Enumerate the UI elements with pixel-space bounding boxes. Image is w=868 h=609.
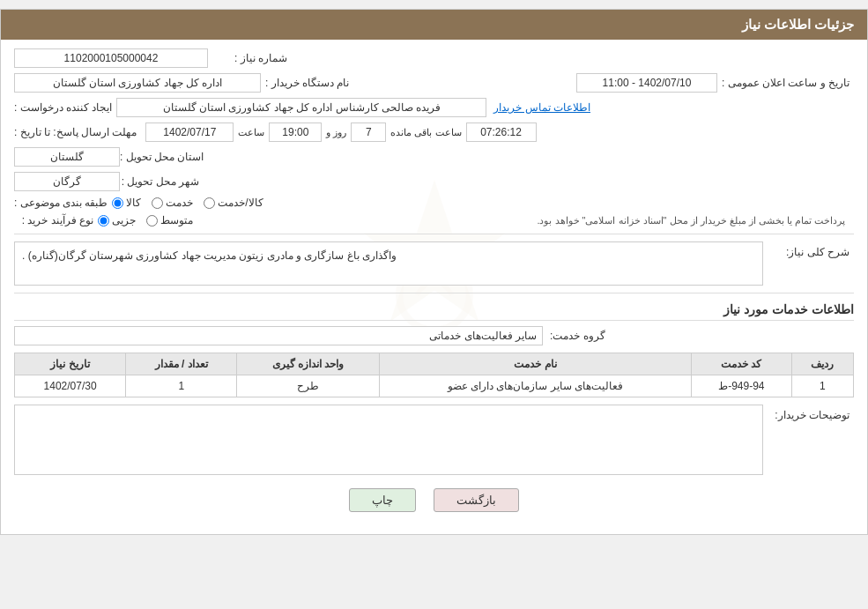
category-khedmat-label: خدمت xyxy=(166,197,193,209)
purchase-type-row: پرداخت تمام یا بخشی از مبلغ خریدار از مح… xyxy=(14,214,854,227)
city-label: شهر محل تحویل : xyxy=(120,175,199,188)
reply-deadline-label: مهلت ارسال پاسخ: تا تاریخ : xyxy=(14,126,137,138)
cell-name: فعالیت‌های سایر سازمان‌های دارای عضو xyxy=(379,375,691,397)
buttons-row: بازگشت چاپ xyxy=(14,488,854,512)
category-option-kala: کالا xyxy=(112,197,141,209)
creator-label: ایجاد کننده درخواست : xyxy=(14,101,112,114)
creator-value: فریده صالحی کارشناس اداره کل جهاد کشاورز… xyxy=(116,98,486,117)
city-value: گرگان xyxy=(14,172,120,191)
category-option-khedmat: خدمت xyxy=(152,197,193,209)
service-group-label: گروه خدمت: xyxy=(550,330,605,342)
services-table: ردیف کد خدمت نام خدمت واحد اندازه گیری ت… xyxy=(14,353,854,397)
purchase-type-radio-group: متوسط جزیی xyxy=(98,214,193,227)
reply-time-value: 19:00 xyxy=(269,123,322,142)
purchase-jozei-label: جزیی xyxy=(112,214,136,227)
org-announce-row: تاریخ و ساعت اعلان عمومی : 1402/07/10 - … xyxy=(14,73,854,93)
category-radio-group: کالا/خدمت خدمت کالا xyxy=(112,197,263,209)
separator-1 xyxy=(14,234,854,234)
cell-count: 1 xyxy=(126,375,237,397)
cell-date: 1402/07/30 xyxy=(15,375,126,397)
need-desc-value: واگذاری باغ سازگاری و مادری زیتون مدیریت… xyxy=(14,241,763,286)
announce-date-label: تاریخ و ساعت اعلان عمومی : xyxy=(722,77,849,89)
page-title: جزئیات اطلاعات نیاز xyxy=(742,17,854,32)
print-button[interactable]: چاپ xyxy=(349,488,416,512)
buyer-notes-value xyxy=(14,405,763,475)
remaining-label: ساعت باقی مانده xyxy=(390,127,461,138)
province-label: استان محل تحویل : xyxy=(120,151,204,163)
cell-unit: طرح xyxy=(237,375,380,397)
province-row: استان محل تحویل : گلستان xyxy=(14,147,854,167)
page-container: جزئیات اطلاعات نیاز شماره نیاز : 1102000… xyxy=(0,9,868,535)
reply-remaining-value: 07:26:12 xyxy=(466,123,537,142)
province-value: گلستان xyxy=(14,147,120,167)
purchase-type-note: پرداخت تمام یا بخشی از مبلغ خریدار از مح… xyxy=(193,215,854,227)
category-kala-khedmat-label: کالا/خدمت xyxy=(218,197,263,209)
service-group-row: گروه خدمت: سایر فعالیت‌های خدماتی xyxy=(14,326,854,345)
category-kala-radio[interactable] xyxy=(112,197,123,209)
purchase-jozei-radio[interactable] xyxy=(98,215,109,227)
col-date: تاریخ نیاز xyxy=(15,353,126,375)
reply-deadline-row: 07:26:12 ساعت باقی مانده 7 روز و 19:00 س… xyxy=(14,123,854,142)
purchase-type-option-jozei: جزیی xyxy=(98,214,136,227)
city-row: شهر محل تحویل : گرگان xyxy=(14,172,854,191)
need-desc-label: شرح کلی نیاز: xyxy=(770,246,849,258)
table-header-row: ردیف کد خدمت نام خدمت واحد اندازه گیری ت… xyxy=(15,353,854,375)
purchase-type-label: نوع فرآیند خرید : xyxy=(14,214,93,227)
col-unit: واحد اندازه گیری xyxy=(237,353,380,375)
purchase-type-option-mutawassit: متوسط xyxy=(146,214,193,227)
need-number-value: 1102000105000042 xyxy=(14,48,208,68)
time-label: ساعت xyxy=(238,127,264,138)
contact-link[interactable]: اطلاعات تماس خریدار xyxy=(493,101,590,114)
buyer-notes-label: توضیحات خریدار: xyxy=(770,409,849,421)
separator-2 xyxy=(14,293,854,293)
reply-days-value: 7 xyxy=(351,123,386,142)
table-row: 1949-94-طفعالیت‌های سایر سازمان‌های دارا… xyxy=(15,375,854,397)
content-area: شماره نیاز : 1102000105000042 تاریخ و سا… xyxy=(1,40,867,534)
service-group-value: سایر فعالیت‌های خدماتی xyxy=(14,326,543,345)
col-count: تعداد / مقدار xyxy=(126,353,237,375)
need-number-row: شماره نیاز : 1102000105000042 xyxy=(14,48,854,68)
col-row: ردیف xyxy=(791,353,853,375)
category-row: کالا/خدمت خدمت کالا طبقه بندی موضوعی : xyxy=(14,197,854,209)
cell-code: 949-94-ط xyxy=(692,375,792,397)
org-name-value: اداره کل جهاد کشاورزی استان گلستان xyxy=(14,73,261,93)
need-number-label: شماره نیاز : xyxy=(208,52,287,64)
category-label: طبقه بندی موضوعی : xyxy=(14,197,108,209)
need-desc-section: شرح کلی نیاز: واگذاری باغ سازگاری و مادر… xyxy=(14,241,854,286)
service-info-title: اطلاعات خدمات مورد نیاز xyxy=(14,302,854,321)
category-kala-label: کالا xyxy=(126,197,141,209)
category-kala-khedmat-radio[interactable] xyxy=(204,197,215,209)
category-option-kala-khedmat: کالا/خدمت xyxy=(204,197,263,209)
category-khedmat-radio[interactable] xyxy=(152,197,163,209)
days-label: روز و xyxy=(326,127,346,138)
purchase-mutawassit-label: متوسط xyxy=(160,214,193,227)
page-header: جزئیات اطلاعات نیاز xyxy=(1,10,867,40)
announce-date-value: 1402/07/10 - 11:00 xyxy=(576,73,717,93)
back-button[interactable]: بازگشت xyxy=(434,488,519,512)
col-code: کد خدمت xyxy=(692,353,792,375)
reply-date-value: 1402/07/17 xyxy=(145,123,234,142)
col-name: نام خدمت xyxy=(379,353,691,375)
purchase-mutawassit-radio[interactable] xyxy=(146,215,158,227)
main-content: شماره نیاز : 1102000105000042 تاریخ و سا… xyxy=(14,48,854,512)
org-name-label: نام دستگاه خریدار : xyxy=(265,77,349,89)
creator-row: اطلاعات تماس خریدار فریده صالحی کارشناس … xyxy=(14,98,854,117)
cell-row: 1 xyxy=(791,375,853,397)
buyer-notes-section: توضیحات خریدار: xyxy=(14,405,854,475)
